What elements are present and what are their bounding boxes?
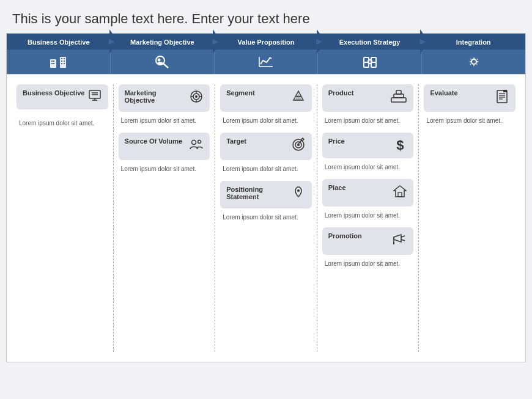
column-0: Business Objective Lorem ipsum dolor sit…: [12, 84, 114, 352]
header-label-1: Marketing Objective: [130, 38, 194, 46]
card-price: Price $: [322, 133, 414, 158]
card-marketing-objective: Marketing Objective: [119, 84, 210, 112]
desc-price: Lorem ipsum dolor sit amet.: [322, 161, 414, 172]
column-4: Evaluate Lorem ipsum dolor sit ame: [419, 84, 520, 352]
svg-rect-3: [53, 60, 54, 62]
header-col-0: Business Objective ►: [7, 34, 111, 49]
content-area: Business Objective Lorem ipsum dolor sit…: [7, 75, 525, 362]
header-label-0: Business Objective: [28, 38, 90, 46]
svg-rect-62: [503, 90, 507, 92]
card-title-marketing-objective: Marketing Objective: [125, 89, 187, 104]
svg-point-14: [158, 59, 161, 62]
svg-point-25: [471, 59, 476, 64]
svg-point-33: [195, 95, 198, 98]
icon-cell-2: [215, 49, 319, 74]
svg-rect-50: [391, 98, 406, 102]
price-icon: $: [393, 137, 407, 153]
card-title-target: Target: [226, 137, 289, 145]
card-place: Place: [322, 179, 414, 207]
svg-rect-5: [60, 57, 66, 68]
header-label-3: Execution Strategy: [339, 38, 401, 46]
card-title-evaluate: Evaluate: [430, 89, 492, 97]
column-3: Product Lorem ipsum dolor sit amet.: [317, 84, 419, 352]
card-title-positioning-statement: Positioning Statement: [226, 186, 289, 200]
header-col-2: Value Proposition ►: [214, 34, 318, 49]
svg-rect-7: [61, 60, 62, 62]
svg-rect-52: [398, 192, 402, 197]
svg-point-24: [368, 60, 372, 64]
svg-rect-11: [64, 63, 65, 64]
header-col-4: Integration: [421, 34, 525, 49]
place-icon: [393, 184, 407, 202]
desc-place: Lorem ipsum dolor sit amet.: [322, 209, 414, 220]
card-title-segment: Segment: [226, 89, 289, 97]
desc-source-of-volume: Lorem ipsum dolor sit amet.: [119, 163, 210, 174]
svg-rect-10: [64, 60, 65, 62]
desc-promotion: Lorem ipsum dolor sit amet.: [322, 257, 414, 268]
header-col-1: Marketing Objective ►: [111, 34, 215, 49]
card-target: Target: [220, 133, 312, 160]
svg-point-15: [158, 62, 163, 64]
svg-marker-51: [394, 186, 406, 197]
icon-cell-1: [111, 49, 215, 74]
desc-target: Lorem ipsum dolor sit amet.: [220, 163, 312, 174]
header-bar: Business Objective ► Marketing Objective…: [7, 34, 525, 49]
business-objective-icon: [87, 89, 102, 104]
svg-rect-2: [51, 63, 53, 64]
desc-product: Lorem ipsum dolor sit amet.: [322, 114, 414, 125]
svg-rect-9: [64, 58, 65, 59]
icon-cell-3: [318, 49, 422, 74]
page-title: This is your sample text here. Enter you…: [0, 0, 532, 33]
positioning-statement-icon: [291, 186, 306, 203]
desc-business-objective: Lorem ipsum dolor sit amet.: [17, 119, 108, 128]
svg-rect-6: [61, 58, 62, 59]
header-label-4: Integration: [456, 38, 491, 46]
card-title-place: Place: [328, 184, 391, 191]
column-2: Segment Lorem ipsum dolor sit amet.: [215, 84, 317, 352]
svg-rect-48: [396, 90, 401, 94]
product-icon: [390, 89, 407, 107]
evaluate-icon: [495, 89, 509, 107]
svg-point-39: [198, 141, 201, 144]
desc-positioning-statement: Lorem ipsum dolor sit amet.: [220, 211, 312, 222]
card-title-promotion: Promotion: [328, 232, 390, 240]
svg-line-56: [401, 240, 405, 241]
card-title-source-of-volume: Source Of Volume: [125, 137, 187, 145]
desc-segment: Lorem ipsum dolor sit amet.: [220, 114, 312, 125]
svg-line-55: [401, 236, 405, 237]
card-title-price: Price: [328, 137, 391, 145]
desc-evaluate: Lorem ipsum dolor sit amet.: [424, 114, 515, 125]
card-title-product: Product: [328, 89, 388, 97]
icon-cell-0: [7, 49, 111, 74]
card-positioning-statement: Positioning Statement: [220, 181, 312, 208]
card-business-objective: Business Objective: [17, 84, 108, 109]
svg-point-38: [192, 141, 196, 145]
main-container: Business Objective ► Marketing Objective…: [6, 33, 526, 362]
svg-rect-49: [394, 94, 404, 98]
icon-row: [7, 49, 525, 75]
card-source-of-volume: Source Of Volume: [119, 133, 210, 160]
svg-rect-1: [51, 60, 53, 62]
promotion-icon: [391, 232, 407, 250]
header-label-2: Value Proposition: [238, 38, 295, 46]
marketing-objective-icon: [189, 89, 204, 107]
column-1: Marketing Objective: [114, 84, 216, 352]
card-promotion: Promotion: [322, 227, 414, 255]
card-evaluate: Evaluate: [424, 84, 515, 112]
svg-point-47: [297, 189, 300, 192]
card-title-business-objective: Business Objective: [23, 89, 85, 97]
svg-rect-4: [53, 63, 54, 64]
svg-point-46: [297, 144, 300, 146]
svg-line-13: [163, 64, 168, 68]
card-product: Product: [322, 84, 414, 112]
icon-cell-4: [422, 49, 525, 74]
header-col-3: Execution Strategy ►: [318, 34, 422, 49]
segment-icon: [291, 89, 306, 107]
svg-rect-8: [61, 63, 62, 64]
target-icon: [291, 137, 306, 155]
source-of-volume-icon: [189, 137, 204, 155]
card-segment: Segment: [220, 84, 312, 112]
desc-marketing-objective: Lorem ipsum dolor sit amet.: [119, 114, 210, 125]
